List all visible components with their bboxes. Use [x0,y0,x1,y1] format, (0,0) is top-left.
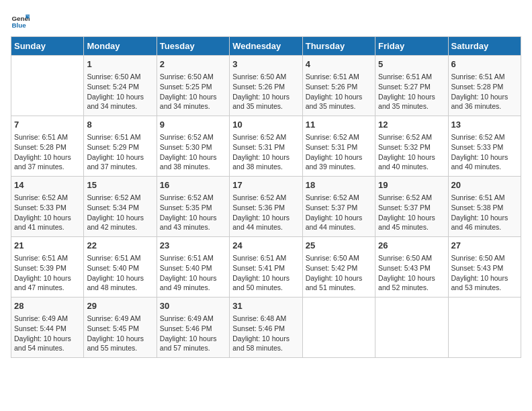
day-number: 19 [378,179,445,191]
calendar-table: SundayMondayTuesdayWednesdayThursdayFrid… [11,36,521,358]
day-info: Sunrise: 6:50 AM Sunset: 5:26 PM Dayligh… [232,72,299,111]
day-info: Sunrise: 6:52 AM Sunset: 5:32 PM Dayligh… [378,132,445,172]
calendar-cell: 16Sunrise: 6:52 AM Sunset: 5:35 PM Dayli… [157,177,229,237]
day-info: Sunrise: 6:51 AM Sunset: 5:29 PM Dayligh… [87,132,153,172]
day-info: Sunrise: 6:52 AM Sunset: 5:35 PM Dayligh… [160,193,226,232]
calendar-cell: 27Sunrise: 6:50 AM Sunset: 5:43 PM Dayli… [448,237,521,298]
calendar-week-1: 1Sunrise: 6:50 AM Sunset: 5:24 PM Daylig… [11,56,521,116]
calendar-cell [375,298,448,358]
day-number: 28 [14,300,81,312]
column-header-saturday: Saturday [448,37,521,56]
calendar-cell: 24Sunrise: 6:51 AM Sunset: 5:41 PM Dayli… [230,237,302,298]
day-info: Sunrise: 6:50 AM Sunset: 5:25 PM Dayligh… [160,72,226,111]
day-number: 16 [160,179,226,191]
day-info: Sunrise: 6:49 AM Sunset: 5:45 PM Dayligh… [87,314,153,353]
day-number: 8 [87,119,153,131]
day-number: 20 [451,179,518,191]
day-info: Sunrise: 6:52 AM Sunset: 5:31 PM Dayligh… [232,132,299,172]
day-number: 1 [87,58,153,71]
column-header-sunday: Sunday [11,37,84,56]
calendar-cell [448,298,521,358]
calendar-cell: 26Sunrise: 6:50 AM Sunset: 5:43 PM Dayli… [375,237,448,298]
calendar-week-4: 21Sunrise: 6:51 AM Sunset: 5:39 PM Dayli… [11,237,521,298]
day-number: 22 [87,240,153,252]
day-number: 17 [232,179,299,191]
calendar-cell [302,298,375,358]
calendar-cell: 11Sunrise: 6:52 AM Sunset: 5:31 PM Dayli… [302,116,375,177]
day-number: 29 [87,300,153,312]
calendar-cell: 31Sunrise: 6:48 AM Sunset: 5:46 PM Dayli… [230,298,302,358]
day-info: Sunrise: 6:51 AM Sunset: 5:41 PM Dayligh… [232,253,299,293]
calendar-cell: 28Sunrise: 6:49 AM Sunset: 5:44 PM Dayli… [11,298,84,358]
calendar-cell: 9Sunrise: 6:52 AM Sunset: 5:30 PM Daylig… [157,116,229,177]
day-info: Sunrise: 6:51 AM Sunset: 5:26 PM Dayligh… [306,72,372,111]
day-number: 2 [160,58,226,71]
calendar-cell: 22Sunrise: 6:51 AM Sunset: 5:40 PM Dayli… [84,237,157,298]
day-info: Sunrise: 6:52 AM Sunset: 5:34 PM Dayligh… [87,193,153,232]
calendar-cell: 25Sunrise: 6:50 AM Sunset: 5:42 PM Dayli… [302,237,375,298]
calendar-cell: 18Sunrise: 6:52 AM Sunset: 5:37 PM Dayli… [302,177,375,237]
calendar-cell: 14Sunrise: 6:52 AM Sunset: 5:33 PM Dayli… [11,177,84,237]
calendar-cell: 4Sunrise: 6:51 AM Sunset: 5:26 PM Daylig… [302,56,375,116]
day-info: Sunrise: 6:51 AM Sunset: 5:28 PM Dayligh… [14,132,81,172]
day-number: 4 [306,58,372,71]
day-info: Sunrise: 6:52 AM Sunset: 5:33 PM Dayligh… [14,193,81,232]
calendar-cell: 20Sunrise: 6:51 AM Sunset: 5:38 PM Dayli… [448,177,521,237]
column-header-monday: Monday [84,37,157,56]
calendar-cell: 21Sunrise: 6:51 AM Sunset: 5:39 PM Dayli… [11,237,84,298]
calendar-cell: 17Sunrise: 6:52 AM Sunset: 5:36 PM Dayli… [230,177,302,237]
day-info: Sunrise: 6:51 AM Sunset: 5:27 PM Dayligh… [378,72,445,111]
logo: General Blue [11,11,32,30]
day-number: 13 [451,119,518,131]
day-number: 11 [306,119,372,131]
day-info: Sunrise: 6:50 AM Sunset: 5:42 PM Dayligh… [306,253,372,293]
day-number: 21 [14,240,81,252]
calendar-cell: 19Sunrise: 6:52 AM Sunset: 5:37 PM Dayli… [375,177,448,237]
calendar-cell: 2Sunrise: 6:50 AM Sunset: 5:25 PM Daylig… [157,56,229,116]
day-number: 9 [160,119,226,131]
calendar-cell: 10Sunrise: 6:52 AM Sunset: 5:31 PM Dayli… [230,116,302,177]
calendar-week-3: 14Sunrise: 6:52 AM Sunset: 5:33 PM Dayli… [11,177,521,237]
day-number: 10 [232,119,299,131]
day-number: 5 [378,58,445,71]
svg-text:Blue: Blue [11,21,26,29]
calendar-header-row: SundayMondayTuesdayWednesdayThursdayFrid… [11,37,521,56]
column-header-tuesday: Tuesday [157,37,229,56]
calendar-cell: 1Sunrise: 6:50 AM Sunset: 5:24 PM Daylig… [84,56,157,116]
day-info: Sunrise: 6:52 AM Sunset: 5:33 PM Dayligh… [451,132,518,172]
calendar-cell: 29Sunrise: 6:49 AM Sunset: 5:45 PM Dayli… [84,298,157,358]
day-info: Sunrise: 6:50 AM Sunset: 5:24 PM Dayligh… [87,72,153,111]
calendar-cell: 8Sunrise: 6:51 AM Sunset: 5:29 PM Daylig… [84,116,157,177]
calendar-cell: 23Sunrise: 6:51 AM Sunset: 5:40 PM Dayli… [157,237,229,298]
calendar-cell: 5Sunrise: 6:51 AM Sunset: 5:27 PM Daylig… [375,56,448,116]
day-info: Sunrise: 6:52 AM Sunset: 5:30 PM Dayligh… [160,132,226,172]
day-info: Sunrise: 6:52 AM Sunset: 5:31 PM Dayligh… [306,132,372,172]
day-info: Sunrise: 6:52 AM Sunset: 5:37 PM Dayligh… [306,193,372,232]
day-number: 23 [160,240,226,252]
day-info: Sunrise: 6:49 AM Sunset: 5:44 PM Dayligh… [14,314,81,353]
day-info: Sunrise: 6:51 AM Sunset: 5:40 PM Dayligh… [87,253,153,293]
calendar-cell: 15Sunrise: 6:52 AM Sunset: 5:34 PM Dayli… [84,177,157,237]
day-info: Sunrise: 6:49 AM Sunset: 5:46 PM Dayligh… [160,314,226,353]
day-info: Sunrise: 6:52 AM Sunset: 5:36 PM Dayligh… [232,193,299,232]
day-number: 18 [306,179,372,191]
day-number: 24 [232,240,299,252]
column-header-thursday: Thursday [302,37,375,56]
calendar-cell: 7Sunrise: 6:51 AM Sunset: 5:28 PM Daylig… [11,116,84,177]
calendar-cell: 13Sunrise: 6:52 AM Sunset: 5:33 PM Dayli… [448,116,521,177]
calendar-cell: 12Sunrise: 6:52 AM Sunset: 5:32 PM Dayli… [375,116,448,177]
day-number: 27 [451,240,518,252]
day-number: 15 [87,179,153,191]
calendar-week-5: 28Sunrise: 6:49 AM Sunset: 5:44 PM Dayli… [11,298,521,358]
day-number: 3 [232,58,299,71]
calendar-cell: 6Sunrise: 6:51 AM Sunset: 5:28 PM Daylig… [448,56,521,116]
day-info: Sunrise: 6:48 AM Sunset: 5:46 PM Dayligh… [232,314,299,353]
calendar-cell: 3Sunrise: 6:50 AM Sunset: 5:26 PM Daylig… [230,56,302,116]
day-info: Sunrise: 6:51 AM Sunset: 5:28 PM Dayligh… [451,72,518,111]
day-info: Sunrise: 6:51 AM Sunset: 5:40 PM Dayligh… [160,253,226,293]
day-number: 31 [232,300,299,312]
day-info: Sunrise: 6:52 AM Sunset: 5:37 PM Dayligh… [378,193,445,232]
day-info: Sunrise: 6:51 AM Sunset: 5:39 PM Dayligh… [14,253,81,293]
calendar-cell [11,56,84,116]
calendar-body: 1Sunrise: 6:50 AM Sunset: 5:24 PM Daylig… [11,56,521,358]
